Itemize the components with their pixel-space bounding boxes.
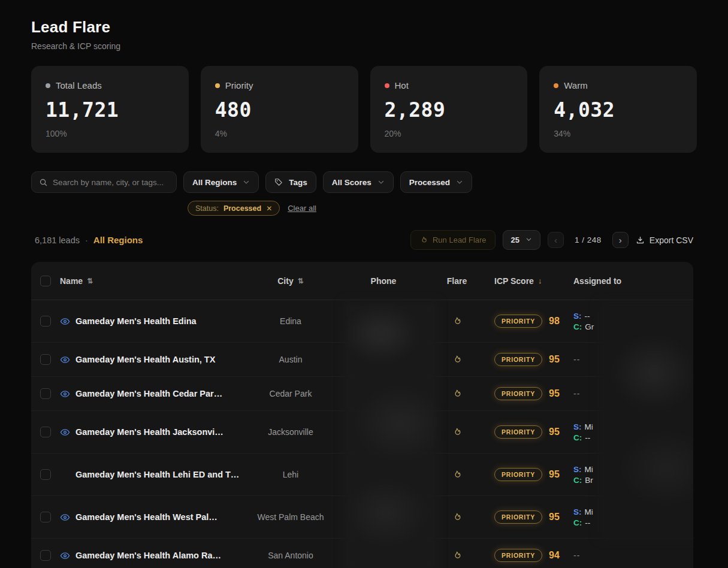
status-dropdown-label: Processed	[409, 178, 450, 187]
eye-icon[interactable]	[60, 389, 70, 399]
priority-badge: PRIORITY	[494, 387, 542, 400]
assigned-empty: --	[573, 389, 580, 398]
select-all-checkbox[interactable]	[40, 276, 51, 286]
lead-flare-app: Lead Flare Research & ICP scoring Total …	[0, 0, 728, 568]
icp-score-value: 98	[549, 316, 560, 327]
assigned-details: S:Mi C:Br	[573, 465, 593, 485]
export-csv-button[interactable]: Export CSV	[636, 235, 693, 245]
table-row[interactable]: Gameday Men's Health Jacksonvi… Jacksonv…	[31, 411, 693, 454]
flame-icon	[431, 551, 482, 561]
lead-city: San Antonio	[246, 551, 336, 560]
chevron-down-icon	[243, 179, 250, 186]
row-checkbox[interactable]	[40, 388, 51, 399]
row-checkbox[interactable]	[40, 550, 51, 561]
icp-score-cell: PRIORITY 95	[482, 353, 566, 366]
chevron-down-icon	[525, 235, 532, 244]
page-size-value: 25	[511, 235, 519, 244]
header-label: Assigned to	[573, 276, 621, 286]
stat-label: Warm	[564, 80, 587, 90]
lead-name: Gameday Men's Health Lehi ED and T…	[75, 470, 239, 479]
assigned-cell: --	[566, 546, 693, 566]
assigned-cell: --	[566, 350, 693, 370]
regions-dropdown-label: All Regions	[192, 178, 237, 187]
stat-card-priority: Priority 480 4%	[201, 66, 358, 153]
lead-city: Jacksonville	[246, 427, 336, 437]
run-lead-flare-label: Run Lead Flare	[433, 235, 487, 244]
assigned-cell: S:Mi C:--	[566, 507, 693, 527]
setter-prefix: S:	[573, 422, 582, 431]
table-header-row: Name ⇅ City ⇅ Phone Flare ICP Score ↓ As…	[31, 262, 693, 300]
status-dropdown[interactable]: Processed	[400, 171, 472, 193]
clear-all-link[interactable]: Clear all	[288, 204, 316, 213]
lead-name: Gameday Men's Health West Pal…	[75, 512, 218, 522]
results-toolbar: 6,181 leads · All Regions Run Lead Flare…	[0, 216, 728, 250]
tags-button-label: Tags	[289, 178, 307, 187]
closer-prefix: C:	[573, 433, 582, 442]
page-size-dropdown[interactable]: 25	[503, 230, 540, 250]
column-header-name[interactable]: Name ⇅	[60, 276, 246, 286]
row-checkbox[interactable]	[40, 316, 51, 327]
setter-prefix: S:	[573, 465, 582, 474]
eye-icon[interactable]	[60, 355, 70, 365]
table-row[interactable]: Gameday Men's Health Austin, TX Austin P…	[31, 343, 693, 377]
next-page-button[interactable]: ›	[612, 232, 629, 248]
filter-bar: All Regions Tags All Scores Processed	[0, 153, 728, 193]
stat-cards: Total Leads 11,721 100% Priority 480 4% …	[0, 51, 728, 153]
header-label: Name	[60, 276, 83, 286]
prev-page-button[interactable]: ‹	[548, 232, 564, 248]
column-header-icp-score[interactable]: ICP Score ↓	[482, 276, 566, 286]
stat-percent: 4%	[215, 129, 344, 138]
table-row[interactable]: Gameday Men's Health Alamo Ra… San Anton…	[31, 539, 693, 568]
stat-label: Total Leads	[56, 80, 102, 90]
tag-icon	[274, 178, 283, 186]
assigned-details: S:Mi C:--	[573, 507, 593, 527]
table-row[interactable]: Gameday Men's Health Edina Edina PRIORIT…	[31, 300, 693, 343]
sort-desc-icon[interactable]: ↓	[538, 276, 542, 285]
setter-prefix: S:	[573, 312, 582, 321]
chip-value: Processed	[223, 204, 261, 213]
column-header-phone: Phone	[336, 276, 431, 286]
total-leads-dot-icon	[46, 83, 50, 88]
table-row[interactable]: Gameday Men's Health Lehi ED and T… Lehi…	[31, 454, 693, 496]
run-lead-flare-button[interactable]: Run Lead Flare	[410, 230, 496, 250]
search-input[interactable]	[53, 178, 169, 187]
assigned-cell: S:Mi C:--	[566, 422, 693, 442]
sort-icon[interactable]: ⇅	[87, 277, 93, 285]
icp-score-cell: PRIORITY 94	[482, 549, 566, 562]
row-checkbox[interactable]	[40, 427, 51, 437]
priority-badge: PRIORITY	[494, 425, 542, 439]
hot-dot-icon	[385, 83, 389, 88]
chevron-down-icon	[456, 179, 463, 186]
scores-dropdown[interactable]: All Scores	[323, 171, 394, 193]
icp-score-value: 95	[549, 469, 560, 480]
flame-icon	[431, 355, 482, 365]
search-box[interactable]	[31, 171, 177, 193]
page-indicator: 1 / 248	[571, 235, 605, 244]
search-icon	[39, 178, 48, 187]
row-checkbox[interactable]	[40, 512, 51, 522]
row-checkbox[interactable]	[40, 354, 51, 365]
flame-icon	[431, 512, 482, 522]
chip-close-icon[interactable]: ✕	[266, 204, 272, 213]
lead-city: West Palm Beach	[246, 512, 336, 522]
icp-score-value: 95	[549, 512, 560, 522]
lead-name: Gameday Men's Health Cedar Par…	[75, 389, 222, 398]
priority-dot-icon	[215, 83, 220, 88]
tags-button[interactable]: Tags	[265, 171, 316, 193]
lead-count: 6,181 leads · All Regions	[35, 235, 143, 245]
eye-icon[interactable]	[60, 427, 70, 437]
table-row[interactable]: Gameday Men's Health West Pal… West Palm…	[31, 496, 693, 539]
priority-badge: PRIORITY	[494, 510, 542, 524]
eye-icon[interactable]	[60, 316, 70, 327]
assigned-details	[580, 546, 583, 566]
stat-percent: 20%	[385, 129, 513, 138]
column-header-city[interactable]: City ⇅	[246, 276, 336, 286]
table-row[interactable]: Gameday Men's Health Cedar Par… Cedar Pa…	[31, 377, 693, 411]
assigned-cell: S:Mi C:Br	[566, 465, 693, 485]
row-checkbox[interactable]	[40, 469, 51, 480]
eye-icon[interactable]	[60, 551, 70, 561]
eye-icon[interactable]	[60, 512, 70, 522]
regions-dropdown[interactable]: All Regions	[183, 171, 259, 193]
sort-icon[interactable]: ⇅	[298, 277, 304, 285]
stat-label: Priority	[225, 80, 253, 90]
